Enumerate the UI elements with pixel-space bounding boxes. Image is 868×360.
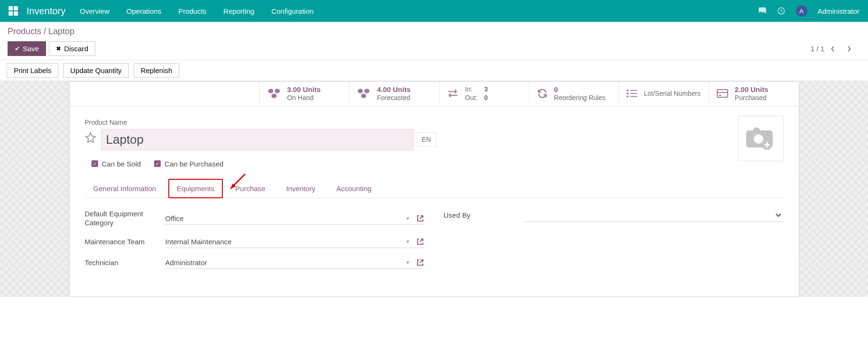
product-image-placeholder[interactable]: [738, 116, 784, 161]
product-name-input[interactable]: [101, 129, 414, 150]
user-name[interactable]: Administrator: [818, 7, 859, 15]
tab-accounting[interactable]: Accounting: [328, 179, 380, 198]
dropdown-caret-icon[interactable]: ▼: [402, 260, 413, 265]
category-label: Default Equipment Category: [85, 210, 165, 228]
pager-next-icon[interactable]: [846, 46, 857, 52]
menu-configuration[interactable]: Configuration: [271, 7, 313, 15]
pager-prev-icon[interactable]: [830, 46, 841, 52]
stat-forecast-value: 4.00 Units: [377, 85, 411, 94]
replenish-button[interactable]: Replenish: [134, 63, 180, 78]
app-grid-icon[interactable]: [9, 6, 18, 16]
svg-rect-4: [630, 93, 638, 94]
breadcrumb-root[interactable]: Products: [8, 27, 41, 36]
tab-col-right: Used By: [444, 210, 784, 278]
menu-products[interactable]: Products: [178, 7, 206, 15]
stat-reorder-label: Reordering Rules: [554, 94, 606, 102]
category-input[interactable]: [165, 214, 403, 222]
svg-rect-6: [630, 96, 638, 97]
boxes-icon: [267, 88, 281, 99]
card-icon: [717, 89, 728, 98]
top-nav: Inventory Overview Operations Products R…: [0, 0, 868, 22]
usedby-input[interactable]: [524, 212, 775, 220]
avatar[interactable]: A: [796, 5, 807, 17]
tab-purchase[interactable]: Purchase: [227, 179, 274, 198]
form-body: Product Name EN ✓ Can be Sold ✓ Can be: [70, 106, 799, 297]
subheader: Products / Laptop ✔ Save ✖ Discard 1 / 1: [0, 22, 868, 60]
boxes-icon: [357, 88, 370, 99]
stat-in-label: In:: [465, 85, 477, 93]
chevron-down-icon[interactable]: [775, 213, 784, 218]
breadcrumb: Products / Laptop: [8, 27, 860, 37]
can-be-purchased-checkbox[interactable]: ✓ Can be Purchased: [154, 160, 223, 168]
avatar-initial: A: [799, 8, 804, 15]
product-name-label: Product Name: [85, 119, 784, 126]
breadcrumb-current: Laptop: [48, 27, 74, 36]
nav-right: A Administrator: [758, 5, 859, 17]
stat-lots-label: Lot/Serial Numbers: [644, 90, 701, 98]
clock-icon[interactable]: [777, 7, 786, 15]
product-name-input-wrap: [101, 129, 414, 150]
tab-inventory[interactable]: Inventory: [278, 179, 324, 198]
menu-reporting[interactable]: Reporting: [223, 7, 254, 15]
stat-onhand[interactable]: 3.00 Units On Hand: [259, 82, 349, 106]
discard-button[interactable]: ✖ Discard: [49, 41, 95, 56]
stat-inout[interactable]: In: 3 Out: 0: [439, 82, 529, 106]
stat-purchased[interactable]: 2.00 Units Purchased: [709, 82, 799, 106]
stat-reorder-value: 0: [554, 85, 606, 94]
external-link-icon[interactable]: [416, 238, 424, 245]
svg-rect-5: [627, 96, 629, 98]
discard-label: Discard: [64, 45, 88, 53]
stat-forecast-label: Forecasted: [377, 94, 411, 102]
stat-bar: 3.00 Units On Hand 4.00 Units Forecasted: [70, 82, 799, 106]
save-button[interactable]: ✔ Save: [8, 41, 46, 56]
star-icon[interactable]: [85, 132, 96, 143]
svg-rect-2: [630, 90, 638, 91]
svg-rect-7: [717, 90, 728, 97]
refresh-icon: [537, 88, 548, 99]
stat-purchased-value: 2.00 Units: [735, 85, 768, 94]
external-link-icon[interactable]: [416, 215, 424, 222]
stat-in-value: 3: [484, 85, 488, 93]
tab-general-info[interactable]: General Information: [85, 179, 165, 198]
menu-overview[interactable]: Overview: [80, 7, 110, 15]
stat-out-label: Out:: [465, 94, 477, 102]
tab-equipments[interactable]: Equipments: [168, 179, 223, 198]
form-sheet: 3.00 Units On Hand 4.00 Units Forecasted: [69, 81, 799, 297]
transfer-icon: [447, 89, 458, 98]
list-icon: [627, 89, 637, 98]
can-be-purchased-label: Can be Purchased: [164, 160, 223, 168]
technician-label: Technician: [85, 258, 165, 268]
close-icon: ✖: [56, 45, 61, 52]
print-labels-button[interactable]: Print Labels: [7, 63, 58, 78]
external-link-icon[interactable]: [416, 259, 424, 266]
stat-out-value: 0: [484, 94, 488, 102]
team-input[interactable]: [165, 238, 403, 246]
language-badge[interactable]: EN: [417, 132, 436, 147]
team-label: Maintenance Team: [85, 238, 165, 247]
field-used-by: Used By: [444, 210, 784, 222]
usedby-label: Used By: [444, 211, 524, 220]
breadcrumb-sep: /: [44, 27, 48, 36]
tab-content: Default Equipment Category ▼ Maintenance…: [85, 210, 784, 278]
form-background: 3.00 Units On Hand 4.00 Units Forecasted: [0, 81, 868, 297]
stat-forecast[interactable]: 4.00 Units Forecasted: [349, 82, 439, 106]
dropdown-caret-icon[interactable]: ▼: [402, 239, 413, 244]
app-title[interactable]: Inventory: [27, 6, 65, 17]
svg-point-10: [754, 134, 763, 144]
stat-lots[interactable]: Lot/Serial Numbers: [619, 82, 709, 106]
menu-operations[interactable]: Operations: [127, 7, 161, 15]
technician-input[interactable]: [165, 258, 403, 267]
update-quantity-button[interactable]: Update Quantity: [63, 63, 128, 78]
dropdown-caret-icon[interactable]: ▼: [402, 216, 413, 221]
chat-icon[interactable]: [758, 7, 767, 15]
can-be-sold-checkbox[interactable]: ✓ Can be Sold: [91, 160, 141, 168]
stat-purchased-label: Purchased: [735, 94, 768, 102]
field-default-equipment-category: Default Equipment Category ▼: [85, 210, 425, 228]
top-menu: Overview Operations Products Reporting C…: [80, 7, 313, 15]
check-icon: ✔: [15, 45, 20, 52]
tab-col-left: Default Equipment Category ▼ Maintenance…: [85, 210, 425, 278]
field-technician: Technician ▼: [85, 257, 425, 269]
stat-reorder[interactable]: 0 Reordering Rules: [529, 82, 619, 106]
checkbox-checked-icon: ✓: [91, 160, 98, 167]
pager-text: 1 / 1: [811, 45, 824, 53]
